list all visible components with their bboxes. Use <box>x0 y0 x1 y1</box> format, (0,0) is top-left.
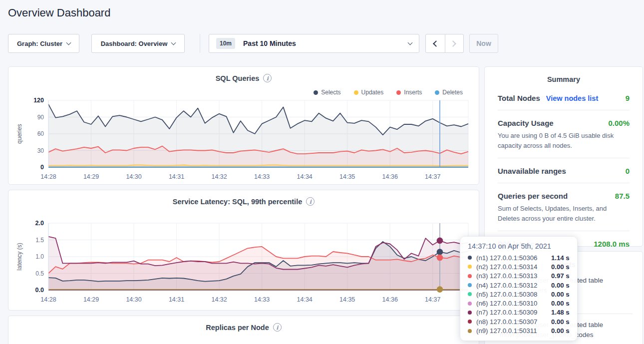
svg-text:14:33: 14:33 <box>254 173 270 180</box>
summary-row: Unavailable ranges 0 <box>498 158 630 183</box>
tooltip-node-value: 0.97 s <box>551 272 570 280</box>
info-icon[interactable] <box>263 74 272 82</box>
svg-text:14:36: 14:36 <box>382 296 398 303</box>
service-latency-card: Service Latency: SQL, 99th percentile 0.… <box>8 190 479 311</box>
graph-dropdown[interactable]: Graph: Cluster <box>8 34 79 53</box>
svg-text:90: 90 <box>37 114 44 121</box>
tooltip-node-address: (n9) 127.0.0.1:50311 <box>476 327 551 335</box>
node-color-dot-icon <box>468 292 472 296</box>
svg-text:1.5: 1.5 <box>35 237 44 244</box>
toolbar-divider <box>200 34 200 53</box>
sql-queries-card: SQL Queries Selects Updates Inserts Dele… <box>8 66 479 185</box>
svg-text:0.0: 0.0 <box>35 287 44 294</box>
tooltip-node-value: 1.48 s <box>551 309 570 316</box>
replicas-per-node-title: Replicas per Node <box>206 324 269 332</box>
legend-dot-icon <box>435 90 439 95</box>
tooltip-node-value: 0.00 s <box>551 300 570 307</box>
page-title: Overview Dashboard <box>8 6 110 19</box>
view-nodes-list-link[interactable]: View nodes list <box>546 94 599 102</box>
summary-row-value: 0.00% <box>608 119 630 127</box>
svg-text:queries: queries <box>16 124 23 143</box>
svg-text:30: 30 <box>37 147 44 154</box>
svg-text:14:29: 14:29 <box>83 173 99 180</box>
tooltip-node-value: 0.00 s <box>551 282 570 289</box>
svg-text:14:35: 14:35 <box>339 173 355 180</box>
sql-queries-plot[interactable]: 030609012014:2814:2914:3014:3114:3214:33… <box>14 95 476 183</box>
tooltip-node-value: 0.00 s <box>551 291 570 298</box>
info-icon[interactable] <box>273 323 282 332</box>
svg-text:0: 0 <box>40 164 44 171</box>
tooltip-row: (n7) 127.0.0.1:50309 1.48 s <box>468 308 571 317</box>
next-time-button[interactable] <box>445 34 464 52</box>
tooltip-time: 14:37:10 <box>468 242 496 250</box>
time-range-label: Past 10 Minutes <box>243 39 408 47</box>
summary-row-label: Unavailable ranges <box>498 167 566 175</box>
chevron-down-icon <box>408 40 413 45</box>
now-button[interactable]: Now <box>469 34 498 53</box>
overview-dashboard-page: { "page": { "title": "Overview Dashboard… <box>0 0 644 344</box>
summary-rows: Total Nodes View nodes list 9 Capacity U… <box>498 85 630 256</box>
tooltip-row: (n9) 127.0.0.1:50311 0.00 s <box>468 326 571 335</box>
svg-text:1.0: 1.0 <box>35 253 44 260</box>
chevron-down-icon <box>171 40 176 45</box>
summary-row-description: You are using 0 B of 4.5 GiB usable disk… <box>498 131 630 150</box>
svg-text:14:31: 14:31 <box>169 296 184 303</box>
svg-text:14:36: 14:36 <box>382 173 398 180</box>
tooltip-row: (n2) 127.0.0.1:50314 0.00 s <box>468 262 571 271</box>
tooltip-node-value: 1.14 s <box>551 254 570 262</box>
tooltip-node-address: (n3) 127.0.0.1:50313 <box>476 272 551 280</box>
node-color-dot-icon <box>468 274 472 278</box>
dashboard-dropdown-label: Dashboard: Overview <box>101 40 168 47</box>
prev-time-button[interactable] <box>426 34 445 52</box>
tooltip-row: (n8) 127.0.0.1:50307 0.00 s <box>468 317 571 326</box>
chevron-down-icon <box>66 40 71 45</box>
svg-text:60: 60 <box>37 130 44 137</box>
tooltip-node-value: 0.00 s <box>551 327 570 335</box>
time-nav-group <box>425 34 464 53</box>
summary-row-label: Total Nodes <box>498 94 540 102</box>
summary-title: Summary <box>498 75 630 83</box>
summary-row: Queries per second 87.5 Sum of Selects, … <box>498 183 630 231</box>
node-color-dot-icon <box>468 283 472 287</box>
summary-row-value: 0 <box>626 167 630 175</box>
chevron-left-icon <box>433 40 439 47</box>
summary-row-description: Sum of Selects, Updates, Inserts, and De… <box>498 204 630 223</box>
svg-text:14:33: 14:33 <box>254 296 270 303</box>
tooltip-date: on Apr 5th, 2021 <box>498 242 551 250</box>
svg-text:14:30: 14:30 <box>126 296 141 303</box>
svg-text:14:32: 14:32 <box>211 296 227 303</box>
tooltip-row: (n3) 127.0.0.1:50313 0.97 s <box>468 272 571 281</box>
time-range-badge: 10m <box>216 38 235 49</box>
chart-hover-tooltip: 14:37:10 on Apr 5th, 2021 (n1) 127.0.0.1… <box>460 236 578 341</box>
node-color-dot-icon <box>468 302 472 306</box>
svg-text:14:28: 14:28 <box>40 173 56 180</box>
legend-dot-icon <box>354 90 358 95</box>
summary-row-label: Queries per second <box>498 192 568 200</box>
svg-text:120: 120 <box>33 97 44 104</box>
service-latency-plot[interactable]: 0.00.51.01.52.014:2814:2914:3014:3114:32… <box>14 215 476 303</box>
svg-text:0.5: 0.5 <box>35 270 44 277</box>
tooltip-node-address: (n1) 127.0.0.1:50306 <box>476 254 551 262</box>
node-color-dot-icon <box>468 265 472 269</box>
replicas-per-node-card: Replicas per Node <box>8 316 479 344</box>
svg-text:14:32: 14:32 <box>211 173 227 180</box>
tooltip-node-address: (n7) 127.0.0.1:50309 <box>476 309 551 316</box>
dashboard-dropdown[interactable]: Dashboard: Overview <box>91 34 185 53</box>
tooltip-node-address: (n8) 127.0.0.1:50307 <box>476 318 551 326</box>
tooltip-row: (n4) 127.0.0.1:50312 0.00 s <box>468 281 571 290</box>
legend-dot-icon <box>314 90 318 95</box>
svg-text:14:31: 14:31 <box>169 173 184 180</box>
tooltip-node-address: (n5) 127.0.0.1:50308 <box>476 291 551 298</box>
tooltip-row: (n6) 127.0.0.1:50310 0.00 s <box>468 299 571 308</box>
tooltip-rows: (n1) 127.0.0.1:50306 1.14 s (n2) 127.0.0… <box>468 253 571 336</box>
now-button-label: Now <box>476 39 491 47</box>
service-latency-title: Service Latency: SQL, 99th percentile <box>173 198 303 206</box>
svg-text:14:37: 14:37 <box>425 296 440 303</box>
summary-row-label: Capacity Usage <box>498 119 554 127</box>
summary-row: Total Nodes View nodes list 9 <box>498 85 630 110</box>
svg-text:14:34: 14:34 <box>297 296 313 303</box>
svg-text:14:34: 14:34 <box>297 173 313 180</box>
time-range-select[interactable]: 10m Past 10 Minutes <box>209 34 419 53</box>
info-icon[interactable] <box>306 197 315 206</box>
svg-text:2.0: 2.0 <box>35 220 44 227</box>
